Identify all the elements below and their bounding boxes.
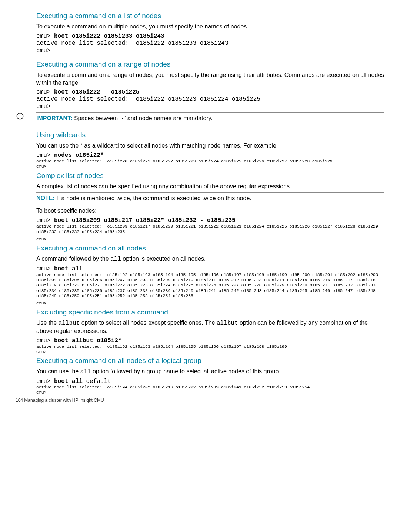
prompt: cmu> — [36, 152, 54, 159]
desc-part-b: option is executed on all nodes. — [121, 256, 206, 262]
section-title-complex-list: Complex list of nodes — [36, 172, 384, 180]
command-output: active node list selected: o185i192 o185… — [36, 344, 384, 355]
section-title-excluding: Excluding specific nodes from a command — [36, 308, 384, 316]
command-line: cmu> boot o185i222 o185i233 o185i243 — [36, 33, 384, 40]
section-title-all-nodes: Executing a command on all nodes — [36, 244, 384, 252]
inline-code-all: all — [110, 256, 121, 263]
section-title-range-of-nodes: Executing a command on a range of nodes — [36, 60, 384, 68]
prompt: cmu> — [36, 89, 54, 95]
desc-part-b: option to select all nodes except specif… — [80, 320, 217, 326]
svg-rect-2 — [20, 118, 20, 118]
section-title-logical-group: Executing a command on all nodes of a lo… — [36, 357, 384, 365]
command-output-prompt: cmu> — [36, 237, 384, 242]
section-desc: A complex list of nodes can be specified… — [36, 183, 384, 191]
section-desc: A command followed by the all option is … — [36, 255, 384, 263]
prompt: cmu> — [36, 378, 54, 385]
page-footer: 104 Managing a cluster with HP Insight C… — [16, 398, 384, 403]
section-desc: To execute a command on a range of nodes… — [36, 71, 384, 87]
command: boot all — [54, 378, 83, 385]
note-callout: NOTE: If a node is mentioned twice, the … — [36, 192, 384, 204]
desc-part-b: option followed by a group name to selec… — [91, 368, 280, 374]
section-desc: Use the allbut option to select all node… — [36, 319, 384, 335]
command-output-prompt: cmu> — [36, 301, 384, 306]
inline-code-allbut2: allbut — [217, 320, 238, 327]
command-arg: default — [83, 378, 111, 385]
section-title-wildcards: Using wildcards — [36, 131, 384, 139]
inline-code-all2: all — [80, 368, 91, 375]
command-output: active node list selected: o185i192 o185… — [36, 272, 384, 299]
command-line: cmu> boot all default — [36, 378, 384, 385]
command-output: active node list selected: o185i222 o185… — [36, 40, 384, 54]
command-line: cmu> boot o185i209 o185i217 o185i22* o18… — [36, 217, 384, 224]
important-icon — [16, 112, 36, 121]
command-output: active node list selected: o185i194 o185… — [36, 385, 384, 395]
desc-part-a: You can use the — [36, 368, 80, 374]
important-callout: IMPORTANT: Spaces between "-" and node n… — [16, 112, 384, 124]
command: nodes o185i22* — [54, 152, 104, 159]
command: boot o185i209 o185i217 o185i22* o185i232… — [54, 217, 236, 224]
prompt: cmu> — [36, 337, 54, 344]
command-line: cmu> nodes o185i22* — [36, 152, 384, 159]
command: boot allbut o185i2* — [54, 337, 121, 344]
command-line: cmu> boot all — [36, 266, 384, 272]
prompt: cmu> — [36, 217, 54, 224]
footer-title: Managing a cluster with HP Insight CMU — [23, 398, 104, 403]
important-text: Spaces between "-" and node names are ma… — [72, 115, 212, 121]
command-output: active node list selected: o185i222 o185… — [36, 95, 384, 110]
command-output: active node list selected: o185i209 o185… — [36, 224, 384, 235]
svg-rect-1 — [20, 114, 20, 117]
inline-code-allbut1: allbut — [59, 320, 80, 327]
command: boot all — [54, 266, 83, 272]
page-number: 104 — [16, 398, 23, 403]
section-desc: You can use the all option followed by a… — [36, 368, 384, 376]
note-label: NOTE: — [36, 195, 55, 201]
important-label: IMPORTANT: — [36, 115, 72, 121]
command: boot o185i222 - o185i225 — [54, 89, 139, 95]
command-output: active node list selected: o185i220 o185… — [36, 159, 384, 169]
prompt: cmu> — [36, 266, 54, 272]
section-desc: To execute a command on multiple nodes, … — [36, 23, 384, 31]
section-title-list-of-nodes: Executing a command on a list of nodes — [36, 12, 384, 20]
command: boot o185i222 o185i233 o185i243 — [54, 33, 164, 40]
desc-part-a: Use the — [36, 320, 59, 326]
command-line: cmu> boot o185i222 - o185i225 — [36, 89, 384, 95]
command-line: cmu> boot allbut o185i2* — [36, 337, 384, 344]
section-desc: You can use the * as a wildcard to selec… — [36, 142, 384, 150]
prompt: cmu> — [36, 33, 54, 40]
section-desc2: To boot specific nodes: — [36, 207, 384, 215]
note-text: If a node is mentioned twice, the comman… — [55, 195, 251, 201]
desc-part-a: A command followed by the — [36, 256, 110, 262]
